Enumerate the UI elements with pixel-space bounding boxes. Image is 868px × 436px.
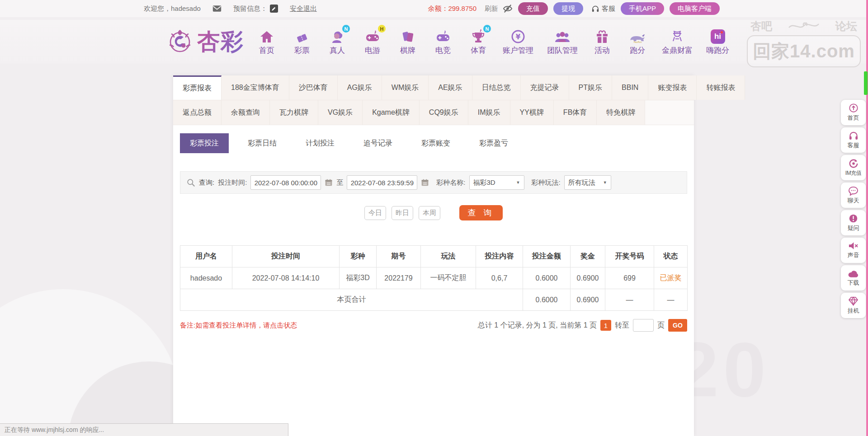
cell-bet-time: 2022-07-08 14:14:10 — [232, 267, 340, 289]
site-watermark: 杏吧 论坛 回家14.com — [747, 19, 861, 67]
sidebar-service[interactable]: 客服 — [841, 127, 866, 153]
sidebar-sound[interactable]: 声音 — [841, 238, 866, 263]
sidebar-chat[interactable]: 聊天 — [841, 183, 866, 208]
tab-im[interactable]: IM娱乐 — [468, 100, 510, 125]
site-logo[interactable]: 杏彩 — [165, 27, 244, 57]
sidebar-label: 客服 — [848, 141, 859, 150]
refresh-link[interactable]: 刷新 — [485, 5, 498, 13]
time-to-input[interactable] — [347, 175, 417, 190]
nav-account[interactable]: ¥ 账户管理 — [503, 28, 533, 56]
sidebar-label: 声音 — [848, 251, 859, 259]
nav-label: 真人 — [330, 45, 345, 56]
edit-pencil-icon[interactable] — [270, 5, 278, 13]
tab-ag[interactable]: AG娱乐 — [338, 75, 382, 100]
nav-label: 嗨跑分 — [706, 45, 729, 56]
nav-live[interactable]: N 真人 — [326, 28, 348, 56]
tab-account-change-report[interactable]: 账变报表 — [648, 75, 697, 100]
sub-tabs: 彩票投注 彩票日结 计划投注 追号记录 彩票账变 彩票盈亏 — [180, 133, 694, 153]
tab-pt[interactable]: PT娱乐 — [569, 75, 612, 100]
nav-sports[interactable]: N 体育 — [467, 28, 489, 56]
tab-ae[interactable]: AE娱乐 — [429, 75, 472, 100]
nav-label: 团队管理 — [547, 45, 578, 56]
cell-bet-amount: 0.6000 — [523, 267, 571, 289]
col-draw-number: 开奖号码 — [605, 246, 654, 267]
nav-team[interactable]: 团队管理 — [547, 28, 578, 56]
subtab-lottery-daily[interactable]: 彩票日结 — [238, 133, 287, 153]
total-prize: 0.6900 — [571, 289, 605, 311]
today-button[interactable]: 今日 — [364, 206, 386, 220]
sidebar-label: 聊天 — [848, 197, 859, 205]
tab-vg[interactable]: VG娱乐 — [318, 100, 363, 125]
withdraw-button[interactable]: 提现 — [553, 2, 583, 15]
sidebar-home[interactable]: 首页 — [841, 100, 866, 125]
tab-wm[interactable]: WM娱乐 — [382, 75, 429, 100]
sidebar-download[interactable]: 下载 — [841, 265, 866, 291]
nav-promotions[interactable]: 活动 — [591, 28, 613, 56]
scrollbar-track[interactable] — [866, 0, 868, 436]
subtab-lottery-bets[interactable]: 彩票投注 — [180, 133, 229, 153]
mail-icon[interactable] — [212, 5, 222, 12]
subtab-chase-records[interactable]: 追号记录 — [354, 133, 402, 153]
subtab-plan-bets[interactable]: 计划投注 — [296, 133, 344, 153]
tab-kgame[interactable]: Kgame棋牌 — [363, 100, 420, 125]
query-button[interactable]: 查 询 — [459, 205, 503, 220]
calendar-icon[interactable] — [325, 178, 333, 187]
nav-hipaofen[interactable]: hi 嗨跑分 — [706, 28, 729, 56]
nav-home[interactable]: 首页 — [256, 28, 278, 56]
tab-wali[interactable]: 瓦力棋牌 — [270, 100, 318, 125]
subtab-lottery-profit-loss[interactable]: 彩票盈亏 — [469, 133, 518, 153]
pc-client-button[interactable]: 电脑客户端 — [670, 2, 720, 15]
tab-daily-overview[interactable]: 日结总览 — [472, 75, 521, 100]
nav-jinding[interactable]: 金鼎财富 — [662, 28, 693, 56]
tab-transfer-report[interactable]: 转账报表 — [697, 75, 745, 100]
tab-deposit-withdraw-records[interactable]: 充提记录 — [521, 75, 569, 100]
total-bet-amount: 0.6000 — [523, 289, 571, 311]
sidebar-im-recharge[interactable]: IM充值 — [841, 155, 866, 180]
quick-buttons-row: 今日 昨日 本周 查 询 — [173, 205, 694, 220]
chevron-down-icon: ▼ — [603, 180, 607, 185]
tab-balance-query[interactable]: 余额查询 — [222, 100, 270, 125]
logout-link[interactable]: 安全退出 — [290, 5, 317, 13]
sidebar-label: 下载 — [848, 279, 859, 287]
mobile-app-button[interactable]: 手机APP — [621, 2, 664, 15]
nav-lottery[interactable]: 彩票 — [291, 28, 313, 56]
lottery-select[interactable]: 福彩3D ▼ — [469, 175, 524, 190]
sidebar-question[interactable]: 疑问 — [841, 210, 866, 235]
col-bet-amount: 投注金额 — [523, 246, 571, 267]
subtab-lottery-account-change[interactable]: 彩票账变 — [411, 133, 460, 153]
tab-lottery-report[interactable]: 彩票报表 — [173, 75, 222, 100]
bets-table: 用户名 投注时间 彩种 期号 玩法 投注内容 投注金额 奖金 开奖号码 状态 h… — [180, 245, 688, 311]
nav-paofen[interactable]: PaoFen 跑分 — [627, 28, 648, 56]
status-text: 正在等待 www.jmjhlsj.com 的响应... — [5, 426, 104, 434]
tab-saba-sports[interactable]: 沙巴体育 — [289, 75, 338, 100]
nav-esports[interactable]: 电竞 — [432, 28, 454, 56]
recharge-button[interactable]: 充值 — [518, 2, 548, 15]
sidebar-hangup[interactable]: 挂机 — [841, 293, 866, 318]
service-link[interactable]: 客服 — [591, 5, 615, 13]
goto-page-input[interactable] — [633, 319, 654, 332]
go-button[interactable]: GO — [668, 319, 687, 332]
watermark-right-text: 论坛 — [835, 19, 857, 33]
eye-slash-icon[interactable] — [503, 4, 513, 13]
play-type-select[interactable]: 所有玩法 ▼ — [564, 175, 611, 190]
tab-188-sports[interactable]: 188金宝博体育 — [222, 75, 289, 100]
yesterday-button[interactable]: 昨日 — [392, 206, 413, 220]
this-week-button[interactable]: 本周 — [419, 206, 440, 220]
live-person-icon: N — [330, 28, 344, 44]
current-page-badge[interactable]: 1 — [600, 320, 611, 331]
tab-fb-sports[interactable]: FB体育 — [554, 100, 597, 125]
time-from-input[interactable] — [250, 175, 321, 190]
tab-rebate-total[interactable]: 返点总额 — [173, 100, 222, 125]
sidebar-label: 挂机 — [848, 307, 859, 315]
tab-yy[interactable]: YY棋牌 — [510, 100, 554, 125]
tab-temian[interactable]: 特免棋牌 — [597, 100, 645, 125]
scrollbar-thumb[interactable] — [864, 71, 868, 95]
nav-boardgames[interactable]: 棋牌 — [397, 28, 419, 56]
nav-egames[interactable]: H 电游 — [362, 28, 383, 56]
status-paid-link[interactable]: 已派奖 — [654, 267, 688, 289]
lottery-name-label: 彩种名称: — [436, 178, 465, 187]
tab-bbin[interactable]: BBIN — [612, 75, 648, 100]
tab-cq9[interactable]: CQ9娱乐 — [420, 100, 468, 125]
brand-bar: 杏彩 首页 彩票 N 真人 H 电游 — [0, 20, 868, 63]
calendar-icon[interactable] — [421, 178, 429, 187]
